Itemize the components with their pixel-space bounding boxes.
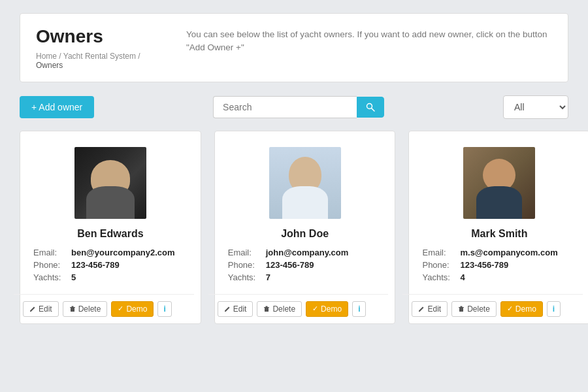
filter-select[interactable]: All Active Inactive <box>503 95 568 119</box>
phone-label: Phone: <box>228 260 261 270</box>
card-actions-mark: Edit Delete ✓ Demo i <box>402 294 583 323</box>
phone-value-mark: 123-456-789 <box>460 260 508 270</box>
edit-button-mark[interactable]: Edit <box>412 301 448 317</box>
page-title: Owners <box>36 25 167 48</box>
search-button[interactable] <box>357 97 384 118</box>
toolbar: + Add owner All Active Inactive <box>20 95 568 119</box>
owner-details-mark: Email: m.s@companycom.com Phone: 123-456… <box>422 248 576 285</box>
card-actions-john: Edit Delete ✓ Demo i <box>208 294 389 323</box>
breadcrumb-home[interactable]: Home <box>36 52 57 61</box>
checkmark-icon: ✓ <box>312 304 318 313</box>
yachts-value-ben: 5 <box>71 272 76 282</box>
phone-label: Phone: <box>422 260 455 270</box>
avatar-john-doe <box>269 147 341 219</box>
demo-button-ben[interactable]: ✓ Demo <box>111 301 154 317</box>
header-description: You can see below the list of yacht owne… <box>186 25 552 55</box>
svg-rect-6 <box>264 307 269 308</box>
trash-icon <box>263 306 270 312</box>
detail-row-phone: Phone: 123-456-789 <box>228 260 382 270</box>
email-label: Email: <box>422 248 455 257</box>
edit-button-john[interactable]: Edit <box>218 301 253 317</box>
edit-button-ben[interactable]: Edit <box>23 301 59 317</box>
yachts-label: Yachts: <box>33 272 66 282</box>
email-label: Email: <box>33 248 66 257</box>
detail-row-email: Email: ben@yourcompany2.com <box>33 248 188 257</box>
pencil-icon <box>224 306 231 312</box>
svg-rect-7 <box>266 306 268 307</box>
avatar-mark-smith <box>463 147 535 219</box>
email-value-john: john@company.com <box>266 248 349 257</box>
svg-line-1 <box>372 108 375 111</box>
owner-name-mark: Mark Smith <box>471 228 527 240</box>
delete-button-john[interactable]: Delete <box>257 301 302 317</box>
svg-rect-9 <box>459 307 464 308</box>
pencil-icon <box>418 306 425 312</box>
breadcrumb-system[interactable]: Yacht Rental System <box>63 52 136 61</box>
avatar-ben-edwards <box>74 147 146 219</box>
search-input[interactable] <box>213 96 357 118</box>
detail-row-yachts: Yachts: 7 <box>228 272 382 282</box>
breadcrumb-current: Owners <box>36 61 63 70</box>
header-left: Owners Home / Yacht Rental System / Owne… <box>36 25 167 70</box>
svg-rect-4 <box>71 306 73 307</box>
owner-name-ben: Ben Edwards <box>77 228 143 240</box>
search-icon <box>366 103 375 112</box>
delete-button-mark[interactable]: Delete <box>451 301 497 317</box>
yachts-label: Yachts: <box>228 272 261 282</box>
yachts-label: Yachts: <box>422 272 455 282</box>
owner-card-2: John Doe Email: john@company.com Phone: … <box>214 131 396 324</box>
detail-row-phone: Phone: 123-456-789 <box>422 260 576 270</box>
owner-card-3: Mark Smith Email: m.s@companycom.com Pho… <box>408 131 588 324</box>
owner-card-1: Ben Edwards Email: ben@yourcompany2.com … <box>20 131 201 324</box>
trash-icon <box>69 306 76 312</box>
add-owner-button[interactable]: + Add owner <box>20 96 94 118</box>
phone-label: Phone: <box>33 260 66 270</box>
yachts-value-mark: 4 <box>460 272 465 282</box>
detail-row-yachts: Yachts: 5 <box>33 272 188 282</box>
search-wrapper <box>213 96 384 118</box>
owner-details-ben: Email: ben@yourcompany2.com Phone: 123-4… <box>33 248 188 285</box>
demo-button-mark[interactable]: ✓ Demo <box>500 301 543 317</box>
email-value-ben: ben@yourcompany2.com <box>71 248 175 257</box>
detail-row-yachts: Yachts: 4 <box>422 272 576 282</box>
delete-button-ben[interactable]: Delete <box>63 301 108 317</box>
email-label: Email: <box>228 248 261 257</box>
checkmark-icon: ✓ <box>507 304 513 313</box>
svg-rect-2 <box>71 308 74 312</box>
phone-value-ben: 123-456-789 <box>71 260 120 270</box>
demo-button-john[interactable]: ✓ Demo <box>306 301 348 317</box>
email-value-mark: m.s@companycom.com <box>460 248 557 257</box>
owner-details-john: Email: john@company.com Phone: 123-456-7… <box>228 248 382 285</box>
info-button-john[interactable]: i <box>352 301 366 317</box>
svg-rect-3 <box>70 307 75 308</box>
yachts-value-john: 7 <box>266 272 270 282</box>
info-button-mark[interactable]: i <box>547 301 561 317</box>
checkmark-icon: ✓ <box>118 304 123 313</box>
svg-rect-8 <box>459 308 463 312</box>
svg-rect-10 <box>461 306 463 307</box>
detail-row-email: Email: m.s@companycom.com <box>422 248 576 257</box>
phone-value-john: 123-456-789 <box>266 260 314 270</box>
info-button-ben[interactable]: i <box>157 301 171 317</box>
toolbar-center <box>105 96 493 118</box>
owners-grid: Ben Edwards Email: ben@yourcompany2.com … <box>20 131 568 324</box>
pencil-icon <box>29 306 36 312</box>
header-card: Owners Home / Yacht Rental System / Owne… <box>20 13 568 82</box>
breadcrumb: Home / Yacht Rental System / Owners <box>36 52 167 70</box>
owner-name-john: John Doe <box>281 228 329 240</box>
trash-icon <box>458 306 465 312</box>
detail-row-email: Email: john@company.com <box>228 248 382 257</box>
toolbar-left: + Add owner <box>20 96 94 118</box>
detail-row-phone: Phone: 123-456-789 <box>33 260 188 270</box>
card-actions-ben: Edit Delete ✓ Demo i <box>14 294 194 323</box>
svg-rect-5 <box>265 308 269 312</box>
toolbar-right: All Active Inactive <box>503 95 568 119</box>
